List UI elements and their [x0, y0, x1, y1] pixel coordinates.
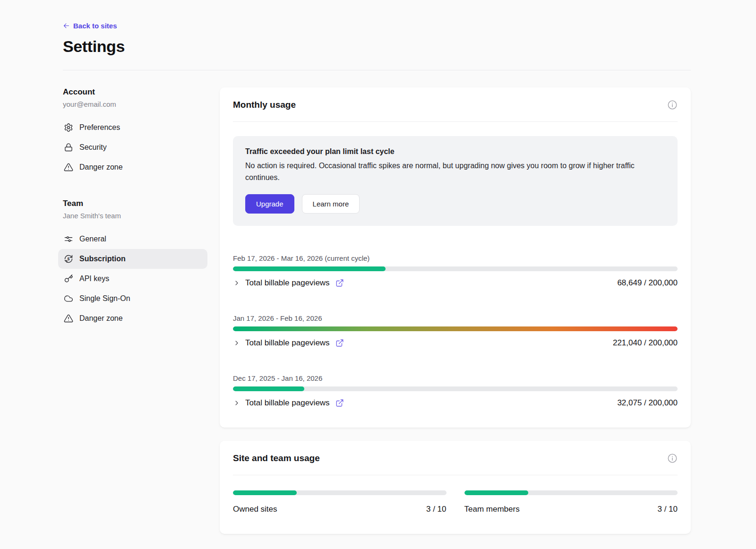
cycle-period: Jan 17, 2026 - Feb 16, 2026 [233, 314, 678, 322]
chevron-right-icon [233, 279, 241, 287]
monthly-usage-card: Monthly usage Traffic exceeded your plan… [220, 87, 691, 428]
sidebar-item-preferences[interactable]: Preferences [58, 118, 207, 137]
billable-pageviews-label: Total billable pageviews [245, 278, 330, 288]
owned-sites-progress-track [233, 490, 447, 495]
settings-main: Monthly usage Traffic exceeded your plan… [220, 87, 691, 549]
account-email: your@email.com [63, 100, 207, 108]
team-name: Jane Smith's team [63, 212, 207, 220]
monthly-usage-info-button[interactable] [667, 100, 678, 110]
usage-progress-fill [233, 386, 304, 391]
chevron-right-icon [233, 339, 241, 347]
svg-text:$: $ [68, 257, 70, 261]
learn-more-button[interactable]: Learn more [302, 194, 360, 214]
usage-progress-fill [233, 266, 386, 271]
lock-icon [64, 143, 73, 152]
billable-pageviews-value: 68,649 / 200,000 [617, 278, 678, 288]
sidebar-item-account-danger-zone[interactable]: Danger zone [58, 157, 207, 177]
site-team-usage-title: Site and team usage [233, 453, 320, 463]
billable-pageviews-value: 221,040 / 200,000 [613, 338, 678, 348]
sidebar-item-label: Subscription [79, 255, 126, 263]
dollar-refresh-icon: $ [64, 254, 73, 264]
settings-page: Back to sites Settings Account your@emai… [0, 0, 756, 549]
usage-progress-fill [233, 326, 678, 331]
sidebar-item-api-keys[interactable]: API keys [58, 269, 207, 289]
notice-body: No action is required. Occasional traffi… [245, 160, 661, 184]
back-link-label: Back to sites [73, 22, 117, 30]
usage-cycles: Feb 17, 2026 - Mar 16, 2026 (current cyc… [233, 254, 678, 408]
account-section: Account your@email.com Preferences Secur… [63, 87, 207, 177]
gear-icon [64, 123, 73, 132]
warning-triangle-icon [64, 163, 73, 172]
sidebar-item-single-sign-on[interactable]: Single Sign-On [58, 289, 207, 309]
cloud-icon [64, 294, 73, 303]
billable-pageviews-expander[interactable]: Total billable pageviews [233, 338, 613, 348]
notice-title: Traffic exceeded your plan limit last cy… [245, 147, 665, 156]
sidebar-item-subscription[interactable]: $ Subscription [58, 249, 207, 269]
billable-pageviews-label: Total billable pageviews [245, 398, 330, 408]
usage-progress-track [233, 326, 678, 331]
sidebar-item-label: Single Sign-On [79, 294, 130, 303]
sliders-icon [64, 234, 73, 244]
site-team-metrics: Owned sites 3 / 10 Team members 3 / 10 [233, 490, 678, 514]
team-section: Team Jane Smith's team General $ Subscri… [63, 199, 207, 328]
usage-cycle-current: Feb 17, 2026 - Mar 16, 2026 (current cyc… [233, 254, 678, 288]
account-nav: Preferences Security Danger zone [63, 118, 207, 177]
cycle-period: Dec 17, 2025 - Jan 16, 2026 [233, 374, 678, 382]
sidebar-item-label: Danger zone [79, 314, 123, 323]
back-to-sites-link[interactable]: Back to sites [63, 22, 117, 30]
usage-progress-track [233, 386, 678, 391]
info-icon [667, 100, 678, 110]
billable-pageviews-label: Total billable pageviews [245, 338, 330, 348]
owned-sites-label: Owned sites [233, 505, 277, 514]
team-members-progress-track [464, 490, 678, 495]
warning-triangle-icon [64, 314, 73, 323]
team-nav: General $ Subscription API keys [63, 229, 207, 328]
sidebar-item-label: Security [79, 143, 107, 152]
sidebar-item-label: API keys [79, 274, 109, 283]
page-title: Settings [63, 37, 691, 56]
external-link-icon[interactable] [335, 399, 344, 407]
cycle-period: Feb 17, 2026 - Mar 16, 2026 (current cyc… [233, 254, 678, 262]
team-members-label: Team members [464, 505, 520, 514]
sidebar-item-label: General [79, 235, 106, 243]
account-section-title: Account [63, 87, 207, 97]
header-divider [63, 70, 691, 70]
usage-progress-track [233, 266, 678, 271]
external-link-icon[interactable] [335, 339, 344, 347]
owned-sites-progress-fill [233, 490, 297, 495]
site-team-usage-card: Site and team usage Owned sites 3 / 10 [220, 441, 691, 534]
arrow-left-icon [63, 22, 70, 29]
card-divider [233, 121, 678, 122]
sidebar-item-label: Danger zone [79, 163, 123, 172]
key-icon [64, 274, 73, 283]
sidebar-item-security[interactable]: Security [58, 137, 207, 157]
owned-sites-metric: Owned sites 3 / 10 [233, 490, 447, 514]
sidebar-item-general[interactable]: General [58, 229, 207, 249]
card-divider [233, 475, 678, 475]
billable-pageviews-expander[interactable]: Total billable pageviews [233, 278, 617, 288]
upgrade-button[interactable]: Upgrade [245, 194, 294, 214]
traffic-exceeded-notice: Traffic exceeded your plan limit last cy… [233, 136, 678, 226]
info-icon [667, 453, 678, 463]
billable-pageviews-value: 32,075 / 200,000 [617, 398, 678, 408]
usage-cycle-previous: Jan 17, 2026 - Feb 16, 2026 Total billab… [233, 314, 678, 348]
billable-pageviews-expander[interactable]: Total billable pageviews [233, 398, 617, 408]
team-members-progress-fill [464, 490, 528, 495]
team-members-value: 3 / 10 [657, 505, 678, 514]
sidebar-item-label: Preferences [79, 123, 120, 132]
sidebar-item-team-danger-zone[interactable]: Danger zone [58, 309, 207, 328]
owned-sites-value: 3 / 10 [426, 505, 447, 514]
site-team-usage-info-button[interactable] [667, 453, 678, 463]
usage-cycle-oldest: Dec 17, 2025 - Jan 16, 2026 Total billab… [233, 374, 678, 408]
monthly-usage-title: Monthly usage [233, 100, 296, 110]
external-link-icon[interactable] [335, 279, 344, 287]
team-members-metric: Team members 3 / 10 [464, 490, 678, 514]
chevron-right-icon [233, 399, 241, 407]
team-section-title: Team [63, 199, 207, 208]
settings-sidebar: Account your@email.com Preferences Secur… [63, 87, 220, 328]
